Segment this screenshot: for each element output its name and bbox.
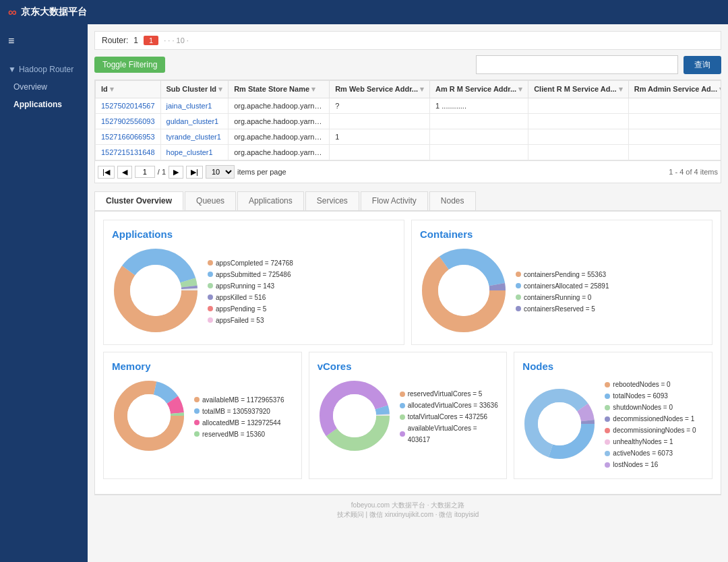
- page-input[interactable]: [135, 166, 155, 178]
- legend-dot: [400, 414, 405, 420]
- legend-item: containersAllocated = 25891: [516, 280, 609, 292]
- first-page-button[interactable]: |◀: [98, 166, 115, 179]
- search-button[interactable]: 查询: [684, 56, 721, 74]
- router-table: Id ▾ Sub Cluster Id ▾ Rm State Store Nam…: [95, 80, 721, 160]
- router-tag: 1: [144, 36, 158, 45]
- logo: ∞ 京东大数据平台: [8, 5, 87, 20]
- sidebar-item-applications[interactable]: Applications: [0, 96, 88, 113]
- col-sub-cluster-id[interactable]: Sub Cluster Id ▾: [160, 81, 229, 98]
- legend-label: appsKilled = 516: [216, 292, 266, 303]
- pagination-left: |◀ ◀ / 1 ▶ ▶| 10 20 50 items per page: [98, 165, 286, 179]
- charts-row-2: Memory availableMB: [103, 352, 712, 479]
- applications-chart-title: Applications: [112, 228, 396, 240]
- cluster-tab-cluster-overview[interactable]: Cluster Overview: [94, 191, 183, 210]
- legend-dot: [400, 431, 405, 437]
- cluster-tab-applications[interactable]: Applications: [237, 191, 304, 210]
- logo-icon: ∞: [8, 5, 17, 20]
- legend-dot: [605, 405, 610, 410]
- legend-label: rebootedNodes = 0: [613, 379, 670, 390]
- legend-item: appsRunning = 143: [208, 280, 293, 292]
- legend-dot: [208, 306, 213, 311]
- legend-dot: [605, 382, 610, 387]
- cluster-tab-services[interactable]: Services: [305, 191, 359, 210]
- legend-dot: [516, 294, 521, 300]
- per-page-select[interactable]: 10 20 50: [206, 165, 235, 179]
- vcores-legend: reservedVirtualCores = 5allocatedVirtual…: [400, 388, 499, 445]
- total-pages: / 1: [158, 168, 166, 176]
- legend-item: decommissionedNodes = 1: [605, 413, 696, 425]
- legend-item: allocatedMB = 132972544: [194, 417, 284, 429]
- legend-item: decommissioningNodes = 0: [605, 425, 696, 436]
- legend-dot: [194, 420, 200, 425]
- search-input[interactable]: [476, 55, 678, 74]
- sidebar: ≡ ▼ Hadoop Router Overview Applications: [0, 24, 88, 562]
- sidebar-item-overview[interactable]: Overview: [0, 78, 88, 96]
- legend-label: totalMB = 1305937920: [202, 406, 270, 417]
- toggle-filtering-button[interactable]: Toggle Filtering: [94, 57, 165, 73]
- legend-label: totalVirtualCores = 437256: [408, 411, 488, 423]
- legend-dot: [400, 392, 405, 397]
- legend-dot: [516, 283, 521, 288]
- last-page-button[interactable]: ▶|: [186, 166, 203, 179]
- legend-item: allocatedVirtualCores = 33636: [400, 400, 499, 411]
- nodes-legend: rebootedNodes = 0totalNodes = 6093shutdo…: [605, 379, 696, 470]
- legend-label: reservedVirtualCores = 5: [408, 388, 483, 400]
- legend-item: appsPending = 5: [208, 303, 293, 315]
- cluster-tab-queues[interactable]: Queues: [185, 191, 236, 210]
- legend-label: appsPending = 5: [216, 303, 266, 315]
- cluster-tabs: Cluster OverviewQueuesApplicationsServic…: [94, 191, 721, 211]
- legend-item: containersRunning = 0: [516, 292, 609, 303]
- arrow-icon: ▼: [8, 65, 16, 74]
- legend-item: appsFailed = 53: [208, 315, 293, 326]
- router-count: 1: [133, 36, 138, 45]
- col-client-rm[interactable]: Client R M Service Ad... ▾: [528, 81, 629, 98]
- col-rm-state[interactable]: Rm State Store Name ▾: [229, 81, 330, 98]
- legend-label: unhealthyNodes = 1: [613, 436, 673, 447]
- legend-label: lostNodes = 16: [613, 459, 658, 470]
- legend-item: lostNodes = 16: [605, 459, 696, 470]
- legend-label: decommissioningNodes = 0: [613, 425, 696, 436]
- svg-point-21: [333, 394, 376, 437]
- legend-label: availableVirtualCores = 403617: [408, 423, 499, 445]
- containers-chart-card: Containers containersPending = 55363: [411, 220, 712, 345]
- legend-dot: [605, 451, 610, 456]
- toolbar: Toggle Filtering 查询: [94, 55, 721, 74]
- footer-line2: 技术顾问 | 微信 xinxinyujikit.com · 微信 itopyis…: [100, 510, 716, 520]
- legend-item: availableMB = 1172965376: [194, 394, 284, 406]
- cluster-tab-flow-activity[interactable]: Flow Activity: [361, 191, 428, 210]
- pagination: |◀ ◀ / 1 ▶ ▶| 10 20 50 items per page 1 …: [94, 161, 721, 183]
- legend-item: rebootedNodes = 0: [605, 379, 696, 390]
- top-header: ∞ 京东大数据平台: [0, 0, 728, 24]
- legend-dot: [605, 462, 610, 468]
- legend-label: activeNodes = 6073: [613, 447, 673, 459]
- col-amrm[interactable]: Am R M Service Addr... ▾: [430, 81, 528, 98]
- legend-item: totalMB = 1305937920: [194, 406, 284, 417]
- cluster-tab-nodes[interactable]: Nodes: [429, 191, 476, 210]
- sidebar-section-title[interactable]: ▼ Hadoop Router: [0, 61, 88, 78]
- col-id[interactable]: Id ▾: [96, 81, 161, 98]
- legend-dot: [208, 283, 213, 288]
- legend-label: reservedMB = 15360: [202, 429, 265, 440]
- legend-dot: [605, 416, 610, 422]
- legend-item: containersPending = 55363: [516, 269, 609, 280]
- prev-page-button[interactable]: ◀: [117, 166, 132, 179]
- menu-icon[interactable]: ≡: [0, 30, 88, 53]
- legend-dot: [208, 272, 213, 277]
- legend-item: reservedVirtualCores = 5: [400, 388, 499, 400]
- col-rm-web[interactable]: Rm Web Service Addr... ▾: [330, 81, 430, 98]
- legend-dot: [194, 408, 200, 414]
- svg-point-16: [127, 394, 171, 437]
- applications-legend: appsCompleted = 724768appsSubmitted = 72…: [208, 257, 293, 326]
- col-rm-admin[interactable]: Rm Admin Service Ad... ▾: [628, 81, 721, 98]
- legend-dot: [605, 439, 610, 445]
- legend-dot: [194, 397, 200, 402]
- containers-chart-title: Containers: [420, 228, 704, 240]
- applications-chart-content: appsCompleted = 724768appsSubmitted = 72…: [112, 247, 396, 336]
- legend-label: shutdownNodes = 0: [613, 402, 673, 413]
- legend-item: appsKilled = 516: [208, 292, 293, 303]
- next-page-button[interactable]: ▶: [169, 166, 183, 179]
- legend-label: availableMB = 1172965376: [202, 394, 284, 406]
- legend-item: totalNodes = 6093: [605, 390, 696, 402]
- applications-chart-card: Applications: [103, 220, 404, 345]
- router-dots: · · · 10 ·: [164, 36, 189, 44]
